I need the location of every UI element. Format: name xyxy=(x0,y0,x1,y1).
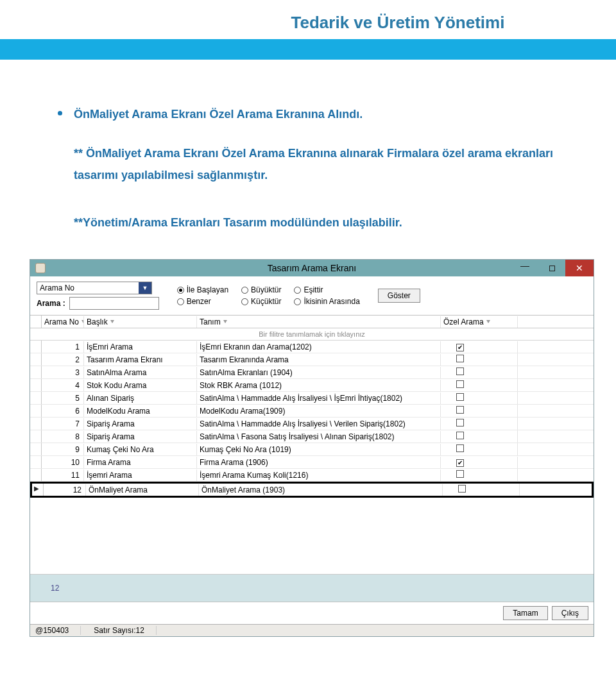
table-row[interactable]: 6ModelKodu AramaModelKodu Arama(1909) xyxy=(30,405,594,418)
cell-baslik: İşemri Arama xyxy=(84,469,197,481)
table-row[interactable]: 8Sipariş AramaSatinAlma \ Fasona Satış İ… xyxy=(30,430,594,443)
cell-tanim: Tasarım Ekranında Arama xyxy=(197,354,441,366)
table-row[interactable]: 9Kumaş Çeki No AraKumaş Çeki No Ara (101… xyxy=(30,443,594,456)
ozel-arama-checkbox[interactable] xyxy=(456,419,464,426)
ozel-arama-checkbox[interactable] xyxy=(456,344,464,351)
grid-filter-row[interactable]: Bir filitre tanımlamak için tıklayınız xyxy=(30,328,594,341)
current-row-icon: ▶ xyxy=(34,485,39,492)
table-row[interactable]: 4Stok Kodu AramaStok RBK Arama (1012) xyxy=(30,379,594,392)
row-gutter xyxy=(30,456,42,468)
bullet-text: ÖnMaliyet Arama Ekranı Özel Arama Ekranı… xyxy=(74,105,363,124)
row-gutter xyxy=(30,443,42,455)
ozel-arama-checkbox[interactable] xyxy=(456,367,464,375)
radio-dot-icon xyxy=(294,287,301,294)
search-label: Arama : xyxy=(37,299,65,308)
radio-i̇kisinin-arasında[interactable]: İkisinin Arasında xyxy=(294,297,359,306)
table-row[interactable]: 5Alınan SiparişSatinAlma \ Hammadde Alış… xyxy=(30,392,594,405)
table-row[interactable]: 2Tasarım Arama EkranıTasarım Ekranında A… xyxy=(30,353,594,366)
filter-icon xyxy=(486,320,490,323)
row-gutter xyxy=(30,353,42,366)
table-row[interactable]: 1İşEmri AramaİşEmri Ekranın dan Arama(12… xyxy=(30,341,594,353)
field-select[interactable]: Arama No ▼ xyxy=(37,282,152,294)
ozel-arama-checkbox[interactable] xyxy=(456,355,464,362)
cell-ozel-arama xyxy=(443,484,520,496)
cell-baslik: Kumaş Çeki No Ara xyxy=(84,444,197,455)
table-row[interactable]: 11İşemri Aramaİşemri Arama Kumaş Koli(12… xyxy=(30,469,594,482)
note-line-1: ** ÖnMaliyet Arama Ekranı Özel Arama Ekr… xyxy=(74,142,578,186)
cell-ozel-arama xyxy=(441,366,518,378)
cell-ozel-arama xyxy=(441,469,518,481)
ozel-arama-checkbox[interactable] xyxy=(458,485,466,493)
radio-label: İle Başlayan xyxy=(187,285,228,294)
radio-dot-icon xyxy=(241,298,248,305)
titlebar: Tasarım Arama Ekranı — ✕ xyxy=(30,260,594,276)
bullet-item: ÖnMaliyet Arama Ekranı Özel Arama Ekranı… xyxy=(58,105,578,124)
chevron-down-icon: ▼ xyxy=(139,282,151,294)
cell-tanim: İşEmri Ekranın dan Arama(1202) xyxy=(197,341,441,353)
cell-tanim: İşemri Arama Kumaş Koli(1216) xyxy=(197,469,441,481)
radio-benzer[interactable]: Benzer xyxy=(177,297,228,306)
window-title: Tasarım Arama Ekranı xyxy=(30,263,594,273)
status-bar: @150403 Satır Sayısı:12 xyxy=(30,624,594,636)
radio-küçüktür[interactable]: Küçüktür xyxy=(241,297,281,306)
table-row[interactable]: 10Firma AramaFirma Arama (1906) xyxy=(30,456,594,469)
ozel-arama-checkbox[interactable] xyxy=(456,393,464,401)
cell-tanim: ModelKodu Arama(1909) xyxy=(197,405,441,417)
goster-button[interactable]: Göster xyxy=(378,289,420,303)
col-baslik[interactable]: Başlık xyxy=(84,316,197,328)
cell-tanim: ÖnMaliyet Arama (1903) xyxy=(199,484,443,496)
cell-tanim: SatinAlma \ Hammadde Alış İrsaliyesi \ İ… xyxy=(197,392,441,404)
cikis-button[interactable]: Çıkış xyxy=(552,606,588,620)
filter-icon xyxy=(110,320,114,323)
col-arama-no[interactable]: Arama No xyxy=(42,316,84,328)
header-accent-bar xyxy=(0,39,616,60)
radio-dot-icon xyxy=(241,287,248,294)
table-row[interactable]: 3SatınAlma AramaSatınAlma Ekranları (190… xyxy=(30,366,594,379)
radio-eşittir[interactable]: Eşittir xyxy=(294,285,359,294)
cell-baslik: Sipariş Arama xyxy=(84,431,197,443)
filter-icon xyxy=(223,320,227,323)
cell-arama-no: 9 xyxy=(42,444,84,455)
table-row[interactable]: ▶12ÖnMaliyet AramaÖnMaliyet Arama (1903) xyxy=(30,482,594,498)
row-gutter xyxy=(30,430,42,443)
ozel-arama-checkbox[interactable] xyxy=(456,406,464,414)
cell-arama-no: 3 xyxy=(42,367,84,378)
radio-label: Benzer xyxy=(187,297,211,306)
field-select-value: Arama No xyxy=(37,283,139,292)
cell-arama-no: 5 xyxy=(42,392,84,404)
cell-baslik: Stok Kodu Arama xyxy=(84,380,197,391)
dialog-footer: Tamam Çıkış xyxy=(30,602,594,624)
cell-ozel-arama xyxy=(441,379,518,391)
cell-baslik: Firma Arama xyxy=(84,457,197,468)
results-grid: Arama No Başlık Tanım Özel Arama Bir fil… xyxy=(30,316,594,602)
cell-ozel-arama xyxy=(441,430,518,443)
row-gutter xyxy=(30,469,42,481)
row-gutter xyxy=(30,341,42,353)
cell-ozel-arama xyxy=(441,405,518,417)
cell-arama-no: 1 xyxy=(42,341,84,353)
cell-tanim: Firma Arama (1906) xyxy=(197,457,441,468)
cell-arama-no: 8 xyxy=(42,431,84,443)
cell-baslik: Sipariş Arama xyxy=(84,418,197,430)
col-ozel-arama[interactable]: Özel Arama xyxy=(441,316,518,328)
cell-tanim: Stok RBK Arama (1012) xyxy=(197,380,441,391)
ozel-arama-checkbox[interactable] xyxy=(456,444,464,452)
cell-ozel-arama xyxy=(441,341,518,353)
cell-baslik: ModelKodu Arama xyxy=(84,405,197,417)
table-row[interactable]: 7Sipariş AramaSatinAlma \ Hammadde Alış … xyxy=(30,418,594,430)
grid-header: Arama No Başlık Tanım Özel Arama xyxy=(30,316,594,328)
ozel-arama-checkbox[interactable] xyxy=(456,432,464,439)
row-gutter xyxy=(30,392,42,404)
search-input[interactable] xyxy=(69,297,159,310)
ozel-arama-checkbox[interactable] xyxy=(456,380,464,388)
radio-i̇le-başlayan[interactable]: İle Başlayan xyxy=(177,285,228,294)
bullet-dot-icon xyxy=(58,111,62,115)
row-gutter xyxy=(30,405,42,417)
radio-büyüktür[interactable]: Büyüktür xyxy=(241,285,281,294)
cell-arama-no: 11 xyxy=(42,469,84,481)
col-tanim[interactable]: Tanım xyxy=(197,316,441,328)
ozel-arama-checkbox[interactable] xyxy=(456,459,464,467)
tamam-button[interactable]: Tamam xyxy=(503,606,547,620)
ozel-arama-checkbox[interactable] xyxy=(456,470,464,478)
app-window: Tasarım Arama Ekranı — ✕ Arama No ▼ Aram… xyxy=(30,259,594,637)
